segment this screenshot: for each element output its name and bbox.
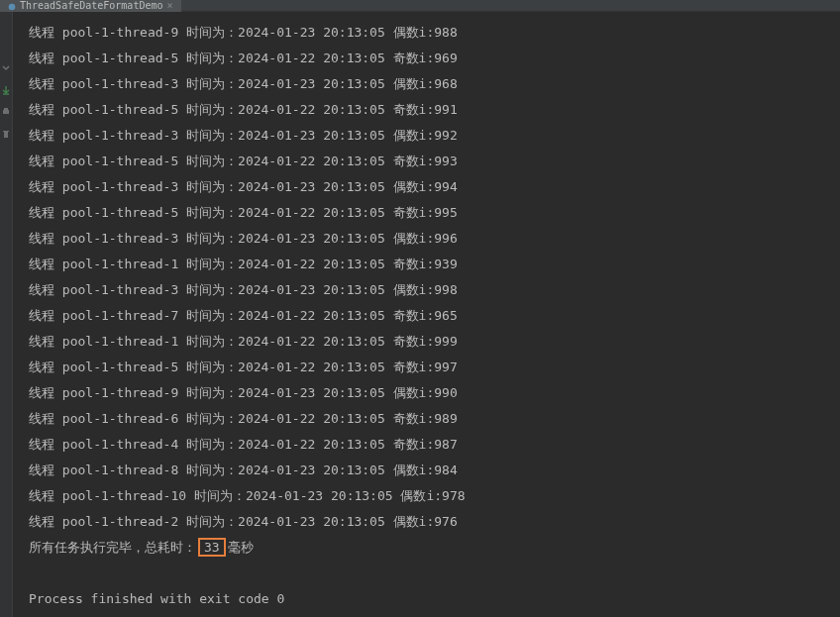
file-tab[interactable]: ThreadSafeDateFormatDemo × — [0, 0, 181, 12]
trash-icon[interactable] — [1, 127, 11, 137]
exit-line: Process finished with exit code 0 — [29, 586, 840, 612]
main-area: 线程 pool-1-thread-9 时间为：2024-01-23 20:13:… — [0, 12, 840, 617]
svg-rect-3 — [4, 108, 8, 110]
log-line: 线程 pool-1-thread-3 时间为：2024-01-23 20:13:… — [29, 123, 840, 149]
download-icon[interactable] — [1, 83, 11, 93]
gutter — [0, 12, 13, 617]
log-line: 线程 pool-1-thread-3 时间为：2024-01-23 20:13:… — [29, 277, 840, 303]
log-line: 线程 pool-1-thread-9 时间为：2024-01-23 20:13:… — [29, 380, 840, 406]
tab-label: ThreadSafeDateFormatDemo — [20, 0, 163, 11]
log-line: 线程 pool-1-thread-7 时间为：2024-01-22 20:13:… — [29, 303, 840, 329]
log-line: 线程 pool-1-thread-2 时间为：2024-01-23 20:13:… — [29, 509, 840, 535]
blank-line — [29, 561, 840, 586]
log-lines: 线程 pool-1-thread-9 时间为：2024-01-23 20:13:… — [29, 20, 840, 535]
log-line: 线程 pool-1-thread-3 时间为：2024-01-23 20:13:… — [29, 71, 840, 97]
elapsed-time: 33 — [198, 538, 226, 557]
log-line: 线程 pool-1-thread-6 时间为：2024-01-22 20:13:… — [29, 406, 840, 432]
log-line: 线程 pool-1-thread-5 时间为：2024-01-22 20:13:… — [29, 46, 840, 71]
log-line: 线程 pool-1-thread-3 时间为：2024-01-23 20:13:… — [29, 226, 840, 252]
tab-bar: ThreadSafeDateFormatDemo × — [0, 0, 840, 12]
scroll-icon[interactable] — [1, 61, 11, 71]
console-output[interactable]: 线程 pool-1-thread-9 时间为：2024-01-23 20:13:… — [13, 12, 840, 617]
log-line: 线程 pool-1-thread-8 时间为：2024-01-23 20:13:… — [29, 458, 840, 483]
svg-rect-2 — [3, 110, 9, 114]
log-line: 线程 pool-1-thread-5 时间为：2024-01-22 20:13:… — [29, 355, 840, 380]
svg-point-0 — [9, 3, 16, 10]
log-line: 线程 pool-1-thread-1 时间为：2024-01-22 20:13:… — [29, 252, 840, 277]
log-line: 线程 pool-1-thread-10 时间为：2024-01-23 20:13… — [29, 483, 840, 509]
close-icon[interactable]: × — [167, 0, 173, 11]
log-line: 线程 pool-1-thread-5 时间为：2024-01-22 20:13:… — [29, 200, 840, 226]
log-line: 线程 pool-1-thread-9 时间为：2024-01-23 20:13:… — [29, 20, 840, 46]
log-line: 线程 pool-1-thread-5 时间为：2024-01-22 20:13:… — [29, 149, 840, 174]
summary-line: 所有任务执行完毕，总耗时：33毫秒 — [29, 535, 840, 561]
log-line: 线程 pool-1-thread-5 时间为：2024-01-22 20:13:… — [29, 97, 840, 123]
svg-rect-4 — [4, 132, 8, 138]
print-icon[interactable] — [1, 105, 11, 115]
class-icon — [8, 2, 16, 10]
log-line: 线程 pool-1-thread-3 时间为：2024-01-23 20:13:… — [29, 174, 840, 200]
svg-rect-5 — [3, 131, 9, 132]
log-line: 线程 pool-1-thread-4 时间为：2024-01-22 20:13:… — [29, 432, 840, 458]
log-line: 线程 pool-1-thread-1 时间为：2024-01-22 20:13:… — [29, 329, 840, 355]
